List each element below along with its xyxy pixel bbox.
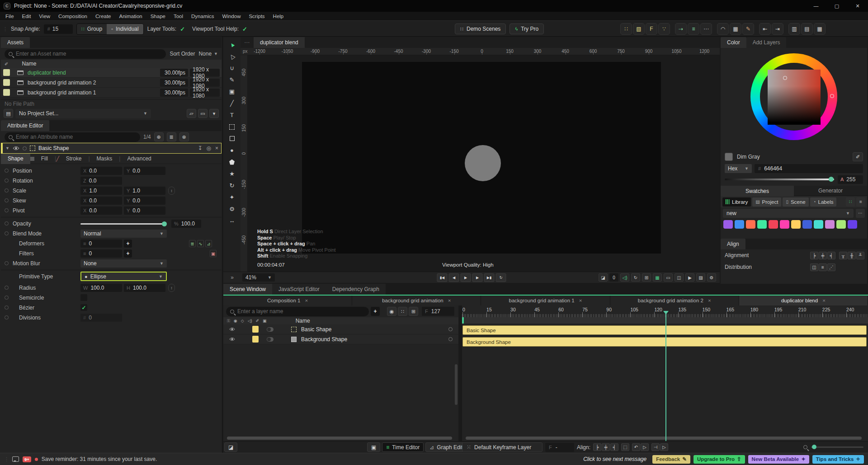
more-tools-icon[interactable]: ⋯ [700, 23, 712, 35]
comp-tab[interactable]: background grid animation× [352, 296, 481, 305]
keyframe-ring-icon[interactable] [448, 327, 453, 331]
timeline-align-button[interactable]: ⊣ [651, 443, 660, 451]
comp-tab[interactable]: duplicator blend× [739, 296, 868, 305]
align-horizontal-button[interactable]: ╡ [827, 252, 835, 259]
align-vertical-button[interactable]: ╨ [856, 252, 864, 259]
deformer-list-icon[interactable]: ≣ [189, 240, 196, 247]
basic-shape-header[interactable]: ▼ Basic Shape ↧ ◎ × [1, 143, 222, 154]
menu-edit[interactable]: Edit [18, 14, 35, 19]
timeline-align-button[interactable]: ▷ [641, 443, 649, 451]
sparkle-tool-icon[interactable]: ✦ [226, 192, 238, 203]
alpha-slider-knob[interactable] [829, 177, 834, 182]
expand-tools-button[interactable]: » [223, 274, 241, 281]
add-filter-button[interactable]: + [124, 249, 132, 258]
step-forward-button[interactable]: ▶ [472, 273, 483, 282]
opacity-slider[interactable] [80, 223, 165, 225]
close-tab-icon[interactable]: × [579, 298, 582, 303]
swatch-chip[interactable] [757, 220, 767, 229]
tab-swatches[interactable]: Swatches [721, 186, 794, 196]
tab-masks[interactable]: Masks [90, 154, 119, 164]
align-stack-icon[interactable]: ≡ [688, 23, 699, 35]
position-y-field[interactable]: Y0.0 [124, 167, 165, 175]
tab-attribute-editor[interactable]: Attribute Editor [1, 120, 49, 131]
pen-tool-icon[interactable]: ✎ [226, 74, 238, 85]
close-tab-icon[interactable]: × [448, 298, 451, 303]
pane-divider[interactable] [458, 305, 462, 453]
layer-toggle[interactable] [267, 327, 274, 332]
eyedropper-icon[interactable]: ✐ [853, 152, 863, 161]
swatch-chip[interactable] [791, 220, 801, 229]
saturation-value-box[interactable] [768, 70, 821, 125]
frame-f-icon[interactable]: F [646, 23, 657, 35]
swatch-chip[interactable] [848, 220, 857, 229]
keyframe-bullet[interactable] [5, 188, 9, 193]
track-bar[interactable]: Background Shape [462, 337, 867, 347]
menu-tool[interactable]: Tool [170, 14, 187, 19]
work-area-start-marker[interactable] [462, 317, 464, 324]
pixel-grid-icon[interactable]: ▦ [653, 273, 662, 282]
new-beta-available-button[interactable]: New Beta Available✦ [748, 455, 809, 464]
track-bar[interactable]: Basic Shape [462, 325, 867, 335]
deformer-wave-icon[interactable]: ∿ [197, 240, 204, 247]
motion-path-icon[interactable]: ⇢ [675, 23, 687, 35]
tab-align[interactable]: Align [721, 239, 745, 249]
tab-shape[interactable]: Shape [1, 154, 30, 164]
keyframe-bullet[interactable] [5, 198, 9, 202]
select-tool-icon[interactable]: ▲ [226, 39, 238, 50]
comp-tab[interactable]: Composition 1× [223, 296, 352, 305]
viewport-can[interactable]: Hold S Direct Layer SelectionSpace Play/… [248, 55, 720, 272]
pin-icon[interactable]: ↧ [198, 145, 202, 151]
timeline-align-button[interactable]: ↶ [632, 443, 640, 451]
timeline-align-button[interactable]: ▷ [660, 443, 668, 451]
close-tab-icon[interactable]: × [822, 298, 826, 303]
align-left-icon[interactable]: ⇤ [759, 23, 771, 35]
tab-scene-window[interactable]: Scene Window [223, 284, 272, 295]
arrows-tool-icon[interactable]: ↔ [226, 215, 238, 226]
opacity-field[interactable]: %100.0 [171, 220, 201, 228]
close-button[interactable]: ✕ [847, 0, 868, 12]
primitive-type-select[interactable]: ● Ellipse ▼ [80, 272, 167, 281]
pivot-x-field[interactable]: X0.0 [80, 207, 122, 215]
screen-icon[interactable]: ▭ [664, 273, 673, 282]
message-count-badge[interactable]: 9+ [23, 456, 31, 462]
keyframe-bullet[interactable] [5, 169, 9, 173]
hue-marker[interactable] [830, 94, 834, 98]
keyframe-ring-icon[interactable] [448, 337, 453, 341]
filters-field[interactable]: ≡0 [80, 249, 122, 258]
menu-window[interactable]: Window [218, 14, 245, 19]
go-to-start-button[interactable]: ▮◀ [437, 273, 448, 282]
swatch-chip[interactable] [836, 220, 846, 229]
swatch-chip[interactable] [802, 220, 812, 229]
opacity-slider-knob[interactable] [162, 221, 167, 226]
search-zoom-icon[interactable]: ⊕ [154, 132, 164, 141]
gear-icon[interactable]: ⚙ [707, 273, 716, 282]
monitor-icon[interactable]: ▭ [198, 109, 208, 118]
polygon-tool-icon[interactable] [226, 156, 238, 168]
distribute-button[interactable]: ◫ [810, 263, 818, 271]
swatch-chip[interactable] [814, 220, 823, 229]
align-vertical-button[interactable]: ╥ [839, 252, 847, 259]
sort-order-select[interactable]: None ▼ [198, 51, 218, 57]
radius-w-field[interactable]: W100.0 [80, 284, 122, 292]
timeline-align-button[interactable]: ╞ [593, 443, 601, 451]
keyframe-bullet[interactable] [5, 286, 9, 290]
playhead[interactable] [665, 311, 666, 441]
columns-icon[interactable]: ▥ [788, 23, 800, 35]
speaker-icon[interactable]: ◁) [620, 273, 629, 282]
composition-canvas[interactable] [302, 62, 661, 254]
asset-row[interactable]: background grid animation 230.00fps1920 … [1, 78, 222, 88]
tab-stroke[interactable]: Stroke [59, 154, 89, 164]
audio-count-field[interactable]: 0 [609, 273, 618, 282]
tab-javascript-editor[interactable]: JavaScript Editor [272, 284, 326, 295]
swatch-chip[interactable] [735, 220, 744, 229]
layer-color-chip[interactable] [252, 336, 259, 343]
comp-tab[interactable]: background grid animation 1× [481, 296, 610, 305]
tab-advanced[interactable]: Advanced [120, 154, 158, 164]
swatch-set-select[interactable]: new▼ [723, 209, 854, 218]
upgrade-to-pro-button[interactable]: Upgrade to Pro⇧ [693, 455, 745, 464]
keyframe-settings-icon[interactable]: ⊞ [409, 307, 418, 316]
rotation-z-field[interactable]: Z0.0 [80, 177, 122, 185]
source-library-button[interactable]: Library [722, 197, 751, 207]
solo-icon[interactable]: ◪ [599, 273, 608, 282]
asset-row[interactable]: duplicator blend30.00fps1920 x 1080 [1, 68, 222, 78]
